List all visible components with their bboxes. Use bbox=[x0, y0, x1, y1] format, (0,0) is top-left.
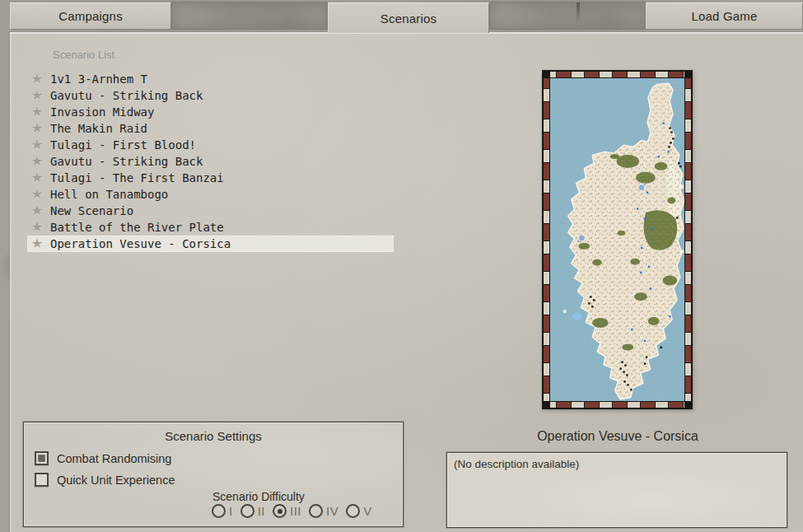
scenario-name: New Scenario bbox=[50, 204, 133, 217]
map-frame-corner bbox=[684, 401, 691, 408]
difficulty-radio-5[interactable] bbox=[346, 504, 360, 518]
difficulty-option-2[interactable]: II bbox=[240, 504, 265, 518]
radio-dot bbox=[314, 509, 319, 514]
tab-load-game-label: Load Game bbox=[691, 9, 757, 23]
scenario-name: Tulagi - The First Banzai bbox=[50, 171, 224, 184]
checkbox-mark bbox=[38, 476, 45, 483]
scenario-name: The Makin Raid bbox=[50, 122, 147, 135]
scenario-name: Battle of the River Plate bbox=[50, 221, 224, 234]
list-item[interactable]: ★ Gavutu - Striking Back bbox=[27, 153, 394, 170]
difficulty-numeral-3: III bbox=[290, 504, 301, 518]
checkbox-mark bbox=[38, 455, 45, 462]
list-item[interactable]: ★ New Scenario bbox=[27, 203, 394, 219]
favorite-star-icon[interactable]: ★ bbox=[27, 72, 47, 86]
scenario-list-header: Scenario List bbox=[53, 49, 114, 61]
scenario-name: Operation Vesuve - Corsica bbox=[50, 237, 231, 250]
corsica-map-preview bbox=[549, 77, 685, 402]
list-item[interactable]: ★ Battle of the River Plate bbox=[27, 219, 394, 236]
list-item[interactable]: ★ Hell on Tanambogo bbox=[27, 186, 394, 203]
map-frame-corner bbox=[544, 401, 550, 408]
map-frame-band bbox=[544, 72, 549, 408]
scenario-name: Hell on Tanambogo bbox=[50, 188, 168, 201]
favorite-star-icon[interactable]: ★ bbox=[27, 170, 47, 185]
radio-dot bbox=[217, 509, 222, 514]
scenario-settings-box: Scenario Settings Combat Randomising Qui… bbox=[23, 422, 404, 527]
scenario-name: Tulagi - First Blood! bbox=[50, 138, 196, 152]
favorite-star-icon[interactable]: ★ bbox=[27, 138, 47, 152]
map-frame-band bbox=[544, 402, 691, 408]
difficulty-option-1[interactable]: I bbox=[212, 504, 233, 518]
texture-stain bbox=[577, 2, 580, 24]
favorite-star-icon[interactable]: ★ bbox=[27, 236, 47, 251]
settings-title: Scenario Settings bbox=[24, 429, 403, 443]
difficulty-numeral-2: II bbox=[258, 504, 265, 518]
scenario-name: Gavutu - Striking Back bbox=[50, 89, 203, 102]
scenario-list: ★ 1v1 3-Arnhem T ★ Gavutu - Striking Bac… bbox=[27, 71, 394, 252]
difficulty-option-3[interactable]: III bbox=[273, 504, 301, 518]
favorite-star-icon[interactable]: ★ bbox=[27, 88, 47, 103]
radio-dot bbox=[278, 509, 282, 514]
radio-dot bbox=[351, 509, 356, 514]
favorite-star-icon[interactable]: ★ bbox=[27, 220, 47, 235]
difficulty-radio-2[interactable] bbox=[240, 504, 254, 518]
scenario-description-text: (No description available) bbox=[454, 458, 579, 470]
difficulty-radio-group: I II III IV V bbox=[212, 504, 380, 518]
selected-scenario-title: Operation Vesuve - Corsica bbox=[446, 429, 789, 444]
tab-slot-empty-1 bbox=[171, 2, 328, 30]
scenario-name: Invasion Midway bbox=[50, 105, 154, 119]
difficulty-option-4[interactable]: IV bbox=[309, 504, 338, 518]
list-item[interactable]: ★ Tulagi - First Blood! bbox=[27, 137, 394, 153]
scenario-name: Gavutu - Striking Back bbox=[50, 155, 203, 168]
quick-unit-experience-checkbox[interactable] bbox=[35, 473, 49, 487]
difficulty-radio-1[interactable] bbox=[212, 504, 226, 518]
difficulty-radio-3-selected[interactable] bbox=[273, 504, 287, 518]
tab-campaigns[interactable]: Campaigns bbox=[10, 2, 171, 30]
tab-load-game[interactable]: Load Game bbox=[646, 2, 803, 30]
list-item[interactable]: ★ Tulagi - The First Banzai bbox=[27, 170, 394, 186]
combat-randomising-option[interactable]: Combat Randomising bbox=[35, 451, 171, 465]
difficulty-radio-4[interactable] bbox=[309, 504, 323, 518]
quick-unit-experience-label: Quick Unit Experience bbox=[57, 474, 175, 487]
list-item-selected[interactable]: ★ Operation Vesuve - Corsica bbox=[27, 236, 394, 252]
favorite-star-icon[interactable]: ★ bbox=[27, 154, 47, 169]
corsica-map-svg bbox=[550, 78, 684, 401]
list-item[interactable]: ★ 1v1 3-Arnhem T bbox=[27, 71, 394, 87]
list-item[interactable]: ★ Invasion Midway bbox=[27, 104, 394, 120]
quick-unit-experience-option[interactable]: Quick Unit Experience bbox=[35, 473, 175, 487]
favorite-star-icon[interactable]: ★ bbox=[27, 203, 47, 218]
scenario-difficulty-label: Scenario Difficulty bbox=[212, 490, 305, 503]
tab-campaigns-label: Campaigns bbox=[58, 9, 123, 23]
favorite-star-icon[interactable]: ★ bbox=[27, 105, 47, 119]
tab-scenarios-label: Scenarios bbox=[380, 12, 437, 26]
radio-dot bbox=[245, 509, 250, 514]
tab-scenarios[interactable]: Scenarios bbox=[328, 2, 489, 33]
difficulty-numeral-5: V bbox=[363, 504, 372, 518]
favorite-star-icon[interactable]: ★ bbox=[27, 187, 47, 202]
map-frame-band bbox=[685, 72, 691, 408]
difficulty-numeral-1: I bbox=[229, 504, 233, 518]
combat-randomising-label: Combat Randomising bbox=[57, 452, 171, 465]
combat-randomising-checkbox[interactable] bbox=[35, 451, 49, 465]
favorite-star-icon[interactable]: ★ bbox=[27, 121, 47, 136]
scenario-selection-screen: { "tabs": { "campaigns": "Campaigns", "s… bbox=[0, 0, 803, 532]
map-frame-band bbox=[544, 72, 691, 77]
scenario-name: 1v1 3-Arnhem T bbox=[50, 72, 147, 86]
scenario-description-box: (No description available) bbox=[446, 452, 787, 528]
list-item[interactable]: ★ Gavutu - Striking Back bbox=[27, 87, 394, 104]
difficulty-option-5[interactable]: V bbox=[346, 504, 372, 518]
map-preview-frame bbox=[542, 70, 693, 409]
list-item[interactable]: ★ The Makin Raid bbox=[27, 120, 394, 137]
tab-slot-empty-2 bbox=[489, 2, 646, 30]
map-frame-corner bbox=[684, 72, 691, 78]
difficulty-numeral-4: IV bbox=[326, 504, 338, 518]
